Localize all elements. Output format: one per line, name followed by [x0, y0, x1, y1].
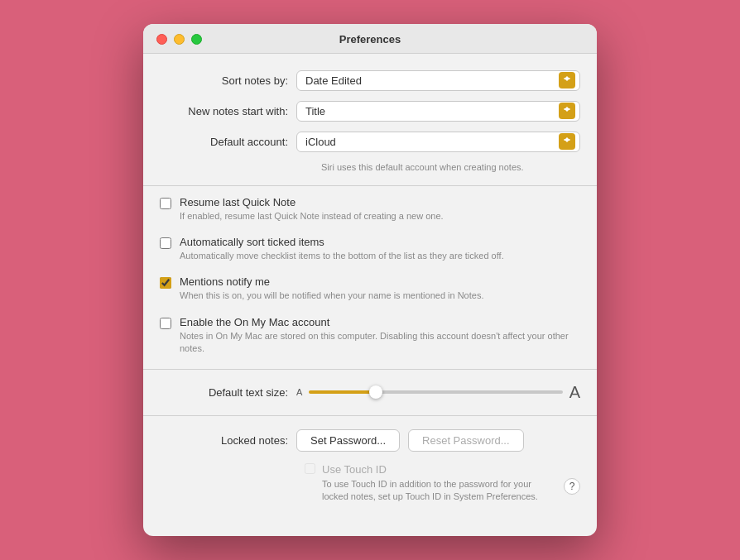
preferences-window: Preferences Sort notes by: Date Edited D… [143, 24, 597, 537]
reset-password-button[interactable]: Reset Password... [408, 429, 524, 452]
auto-sort-row: Automatically sort ticked items Automati… [160, 236, 572, 262]
resume-quick-note-text: Resume last Quick Note If enabled, resum… [180, 196, 444, 223]
password-buttons: Set Password... Reset Password... [296, 429, 524, 452]
text-size-slider[interactable] [309, 390, 562, 394]
default-account-select-wrapper: iCloud On My Mac [296, 132, 580, 152]
locked-notes-row: Locked notes: Set Password... Reset Pass… [160, 429, 580, 452]
sort-notes-label: Sort notes by: [160, 74, 296, 87]
sort-notes-select-wrapper: Date Edited Date Created Title [296, 70, 580, 91]
auto-sort-text: Automatically sort ticked items Automati… [180, 236, 504, 262]
sort-notes-section: Sort notes by: Date Edited Date Created … [143, 70, 597, 172]
mentions-notify-checkbox[interactable] [160, 277, 171, 289]
slider-large-a: A [569, 383, 580, 402]
help-button[interactable]: ? [564, 478, 580, 495]
close-button[interactable] [156, 34, 167, 45]
preferences-content: Sort notes by: Date Edited Date Created … [143, 54, 597, 537]
titlebar: Preferences [143, 24, 597, 54]
maximize-button[interactable] [191, 34, 202, 45]
on-my-mac-label[interactable]: Enable the On My Mac account [180, 316, 572, 328]
window-title: Preferences [339, 33, 401, 45]
slider-small-a: A [296, 387, 302, 397]
slider-wrapper: A A [296, 383, 580, 402]
minimize-button[interactable] [174, 34, 185, 45]
on-my-mac-desc: Notes in On My Mac are stored on this co… [180, 330, 572, 356]
new-notes-label: New notes start with: [160, 105, 296, 117]
resume-quick-note-desc: If enabled, resume last Quick Note inste… [180, 210, 444, 223]
on-my-mac-checkbox[interactable] [160, 318, 171, 329]
text-size-section: Default text size: A A [143, 369, 597, 415]
resume-quick-note-checkbox[interactable] [160, 198, 171, 209]
default-account-label: Default account: [160, 136, 296, 148]
new-notes-row: New notes start with: Title Body Date [160, 101, 580, 122]
checkboxes-section: Resume last Quick Note If enabled, resum… [143, 196, 597, 356]
resume-quick-note-label[interactable]: Resume last Quick Note [180, 196, 444, 208]
new-notes-select-wrapper: Title Body Date [296, 101, 580, 122]
traffic-lights [156, 34, 202, 45]
new-notes-select[interactable]: Title Body Date [296, 101, 580, 122]
siri-hint: Siri uses this default account when crea… [305, 162, 580, 172]
mentions-notify-text: Mentions notify me When this is on, you … [180, 275, 483, 302]
divider-1 [143, 185, 597, 186]
sort-notes-select[interactable]: Date Edited Date Created Title [296, 70, 580, 91]
touch-id-desc: To use Touch ID in addition to the passw… [322, 478, 552, 504]
touch-id-checkbox[interactable] [305, 463, 315, 474]
mentions-notify-desc: When this is on, you will be notified wh… [180, 290, 483, 302]
default-account-row: Default account: iCloud On My Mac [160, 132, 580, 152]
mentions-notify-label[interactable]: Mentions notify me [180, 275, 483, 288]
resume-quick-note-row: Resume last Quick Note If enabled, resum… [160, 196, 572, 223]
on-my-mac-row: Enable the On My Mac account Notes in On… [160, 316, 572, 356]
text-size-label: Default text size: [160, 386, 296, 399]
touch-id-label[interactable]: Use Touch ID [322, 463, 387, 476]
auto-sort-checkbox[interactable] [160, 237, 171, 249]
touch-id-row: Use Touch ID To use Touch ID in addition… [305, 462, 580, 504]
set-password-button[interactable]: Set Password... [296, 429, 400, 452]
mentions-notify-row: Mentions notify me When this is on, you … [160, 275, 572, 302]
auto-sort-desc: Automatically move checklist items to th… [180, 250, 504, 262]
sort-notes-row: Sort notes by: Date Edited Date Created … [160, 70, 580, 91]
text-size-row: Default text size: A A [160, 383, 580, 402]
touch-id-text: Use Touch ID To use Touch ID in addition… [322, 462, 580, 504]
on-my-mac-text: Enable the On My Mac account Notes in On… [180, 316, 572, 356]
locked-notes-section: Locked notes: Set Password... Reset Pass… [143, 415, 597, 517]
locked-notes-label: Locked notes: [160, 434, 296, 447]
default-account-select[interactable]: iCloud On My Mac [296, 132, 580, 152]
auto-sort-label[interactable]: Automatically sort ticked items [180, 236, 504, 248]
